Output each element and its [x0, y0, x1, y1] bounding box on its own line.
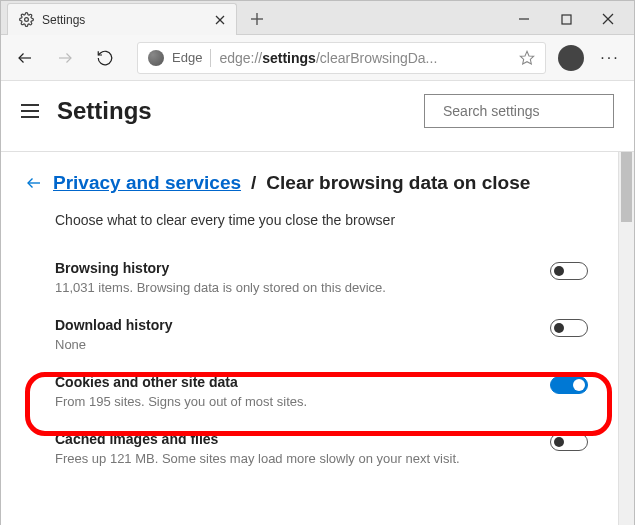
forward-button[interactable]: [51, 44, 79, 72]
page-title: Settings: [57, 97, 152, 125]
svg-rect-6: [562, 15, 571, 24]
favorite-icon[interactable]: [519, 50, 535, 66]
page-description: Choose what to clear every time you clos…: [25, 212, 588, 228]
content-area: Privacy and services / Clear browsing da…: [1, 151, 634, 525]
breadcrumb-link[interactable]: Privacy and services: [53, 172, 241, 194]
minimize-button[interactable]: [512, 7, 536, 31]
window-controls: [502, 3, 630, 35]
url-text: edge://settings/clearBrowsingDa...: [219, 50, 511, 66]
toggle-cached-images[interactable]: [550, 433, 588, 451]
setting-download-history: Download history None: [25, 311, 588, 368]
toolbar: Edge edge://settings/clearBrowsingDa... …: [1, 35, 634, 81]
setting-cached-images: Cached images and files Frees up 121 MB.…: [25, 425, 588, 482]
setting-title: Browsing history: [55, 260, 386, 276]
edge-logo-icon: [148, 50, 164, 66]
setting-browsing-history: Browsing history 11,031 items. Browsing …: [25, 254, 588, 311]
profile-avatar[interactable]: [558, 45, 584, 71]
menu-icon[interactable]: [21, 104, 39, 118]
breadcrumb-back-icon[interactable]: [25, 174, 43, 192]
address-bar[interactable]: Edge edge://settings/clearBrowsingDa...: [137, 42, 546, 74]
back-button[interactable]: [11, 44, 39, 72]
setting-subtitle: From 195 sites. Signs you out of most si…: [55, 394, 307, 409]
close-window-button[interactable]: [596, 7, 620, 31]
setting-title: Cached images and files: [55, 431, 460, 447]
edge-label: Edge: [172, 50, 202, 65]
scrollbar[interactable]: ▲ ▼: [618, 152, 634, 525]
gear-icon: [18, 12, 34, 28]
setting-subtitle: 11,031 items. Browsing data is only stor…: [55, 280, 386, 295]
browser-window: Settings Edge edge://setti: [0, 0, 635, 525]
search-input[interactable]: [443, 103, 618, 119]
titlebar: Settings: [1, 1, 634, 35]
browser-tab[interactable]: Settings: [7, 3, 237, 35]
page-header: Settings: [1, 81, 634, 141]
toggle-download-history[interactable]: [550, 319, 588, 337]
setting-cookies: Cookies and other site data From 195 sit…: [25, 368, 588, 425]
breadcrumb-current: Clear browsing data on close: [266, 172, 530, 194]
setting-title: Download history: [55, 317, 172, 333]
toggle-cookies[interactable]: [550, 376, 588, 394]
refresh-button[interactable]: [91, 44, 119, 72]
divider: [210, 49, 211, 67]
svg-point-0: [24, 18, 28, 22]
breadcrumb: Privacy and services / Clear browsing da…: [25, 172, 588, 194]
svg-marker-11: [520, 51, 533, 64]
close-tab-icon[interactable]: [212, 12, 228, 28]
toggle-browsing-history[interactable]: [550, 262, 588, 280]
new-tab-button[interactable]: [243, 5, 271, 33]
setting-title: Cookies and other site data: [55, 374, 307, 390]
scroll-down-icon[interactable]: ▼: [619, 520, 634, 525]
maximize-button[interactable]: [554, 7, 578, 31]
tab-title: Settings: [42, 13, 212, 27]
setting-subtitle: Frees up 121 MB. Some sites may load mor…: [55, 451, 460, 466]
search-settings-box[interactable]: [424, 94, 614, 128]
scroll-thumb[interactable]: [621, 152, 632, 222]
breadcrumb-sep: /: [251, 172, 256, 194]
setting-subtitle: None: [55, 337, 172, 352]
more-menu-button[interactable]: ···: [596, 49, 624, 67]
